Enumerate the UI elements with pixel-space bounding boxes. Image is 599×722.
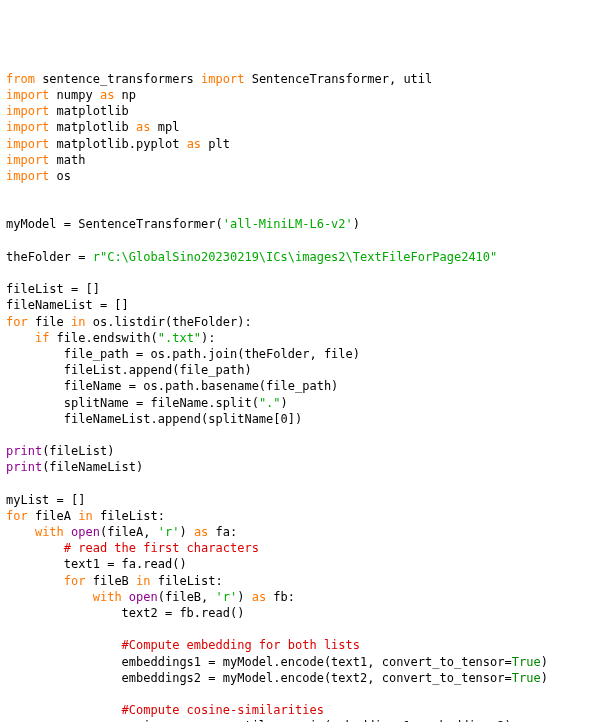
code-line: splitName = fileName.split(".") [6, 396, 288, 410]
code-token: fileNameList.append(splitName[0]) [6, 412, 302, 426]
code-token: fileList: [93, 509, 165, 523]
code-token: import [6, 120, 49, 134]
code-token: matplotlib [49, 104, 128, 118]
code-line: theFolder = r"C:\GlobalSino20230219\ICs\… [6, 250, 497, 264]
code-token: in [78, 509, 92, 523]
code-token: print [6, 460, 42, 474]
code-line: text2 = fb.read() [6, 606, 244, 620]
code-token [6, 638, 122, 652]
code-token [6, 541, 64, 555]
code-token: splitName = fileName.split( [6, 396, 259, 410]
code-token [6, 331, 35, 345]
code-token: mpl [151, 120, 180, 134]
code-token [6, 574, 64, 588]
code-token: # read the first characters [64, 541, 259, 555]
code-line: for fileB in fileList: [6, 574, 223, 588]
code-token: in [71, 315, 85, 329]
code-token: open [71, 525, 100, 539]
code-token: fileList: [151, 574, 223, 588]
code-token: fileList.append(file_path) [6, 363, 252, 377]
code-token: ".txt" [158, 331, 201, 345]
code-line: print(fileList) [6, 444, 114, 458]
code-token: for [6, 509, 28, 523]
code-token: np [114, 88, 136, 102]
code-token: text2 = fb.read() [6, 606, 244, 620]
code-token: SentenceTransformer, util [244, 72, 432, 86]
code-line: fileName = os.path.basename(file_path) [6, 379, 338, 393]
code-line: fileNameList.append(splitName[0]) [6, 412, 302, 426]
code-token: sentence_transformers [35, 72, 201, 86]
code-token: numpy [49, 88, 100, 102]
code-token: from [6, 72, 35, 86]
code-token: import [6, 137, 49, 151]
code-token [6, 590, 93, 604]
code-line: #Compute cosine-similarities [6, 703, 324, 717]
code-token: for [64, 574, 86, 588]
code-token: os [49, 169, 71, 183]
code-token: ) [541, 655, 548, 669]
code-line: from sentence_transformers import Senten… [6, 72, 432, 86]
code-token: import [201, 72, 244, 86]
code-token: myModel = SentenceTransformer( [6, 217, 223, 231]
code-token: embeddings2 = myModel.encode(text2, conv… [6, 671, 512, 685]
code-token: open [129, 590, 158, 604]
code-token: matplotlib [49, 120, 136, 134]
python-code-block: from sentence_transformers import Senten… [6, 71, 593, 722]
code-token: fileName = os.path.basename(file_path) [6, 379, 338, 393]
code-token: import [6, 153, 49, 167]
code-token: if [35, 331, 49, 345]
code-token: myList = [] [6, 493, 85, 507]
code-token: (fileList) [42, 444, 114, 458]
code-line: import matplotlib.pyplot as plt [6, 137, 230, 151]
code-token: import [6, 88, 49, 102]
code-token: with [93, 590, 122, 604]
code-token [64, 525, 71, 539]
code-token: print [6, 444, 42, 458]
code-token: 'all-MiniLM-L6-v2' [223, 217, 353, 231]
code-token: import [6, 104, 49, 118]
code-token: ) [353, 217, 360, 231]
code-line: import matplotlib [6, 104, 129, 118]
code-token: (fileA, [100, 525, 158, 539]
code-line: import math [6, 153, 85, 167]
code-line: fileList.append(file_path) [6, 363, 252, 377]
code-token: theFolder = [6, 250, 93, 264]
code-token: embeddings1 = myModel.encode(text1, conv… [6, 655, 512, 669]
code-line: import numpy as np [6, 88, 136, 102]
code-token: ) [179, 525, 193, 539]
code-token: True [512, 671, 541, 685]
code-token: fileB [85, 574, 136, 588]
code-line: fileNameList = [] [6, 298, 129, 312]
code-line: myList = [] [6, 493, 85, 507]
code-token: fa: [208, 525, 237, 539]
code-token: r"C:\GlobalSino20230219\ICs\images2\Text… [93, 250, 498, 264]
code-token: #Compute embedding for both lists [122, 638, 360, 652]
code-line: embeddings2 = myModel.encode(text2, conv… [6, 671, 548, 685]
code-token: ) [281, 396, 288, 410]
code-token [6, 525, 35, 539]
code-line: for file in os.listdir(theFolder): [6, 315, 252, 329]
code-token: fileList = [] [6, 282, 100, 296]
code-line: print(fileNameList) [6, 460, 143, 474]
code-token: (fileNameList) [42, 460, 143, 474]
code-token: ) [541, 671, 548, 685]
code-token: #Compute cosine-similarities [122, 703, 324, 717]
code-token: as [100, 88, 114, 102]
code-token: 'r' [158, 525, 180, 539]
code-token: fileNameList = [] [6, 298, 129, 312]
code-token: fb: [266, 590, 295, 604]
code-token: with [35, 525, 64, 539]
code-token: as [136, 120, 150, 134]
code-token: matplotlib.pyplot [49, 137, 186, 151]
code-token [122, 590, 129, 604]
code-token: file [28, 315, 71, 329]
code-token: text1 = fa.read() [6, 557, 187, 571]
code-token: (fileB, [158, 590, 216, 604]
code-token: fileA [28, 509, 79, 523]
code-token: as [194, 525, 208, 539]
code-line: fileList = [] [6, 282, 100, 296]
code-token: import [6, 169, 49, 183]
code-line: text1 = fa.read() [6, 557, 187, 571]
code-token: for [6, 315, 28, 329]
code-line: # read the first characters [6, 541, 259, 555]
